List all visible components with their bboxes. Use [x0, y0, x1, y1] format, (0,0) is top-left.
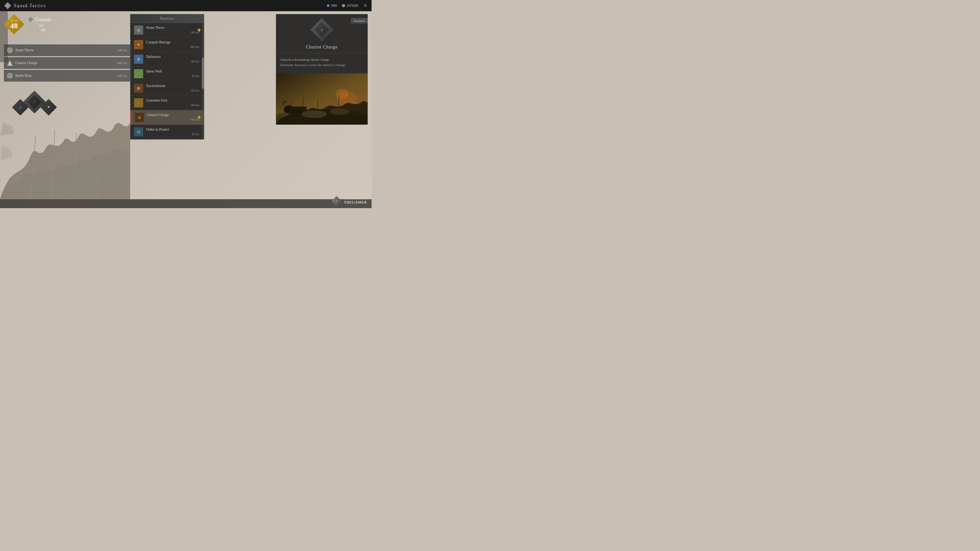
diamond-icon — [327, 4, 330, 7]
detail-diamond-inner: ♪ — [314, 22, 329, 37]
logo-section: ⊙ ©コーエーテクモゲームス THEGAMER — [331, 196, 368, 206]
page-title: Squad Tactics — [14, 3, 46, 8]
tactics-header: Tactics — [130, 14, 204, 23]
defense-value: 265 — [41, 28, 46, 32]
currency1-value: 999 — [331, 3, 337, 8]
attack-stat: Attack 261 — [28, 24, 52, 27]
tactic-item-info-defensive: Defensive 180 sec. — [146, 55, 200, 64]
detail-panel: ♪ Equipped Chariot Charge Unleash a deva… — [276, 14, 368, 125]
detail-image — [276, 73, 368, 124]
tactic-item-cd-stone-throw: 240 sec. — [146, 30, 200, 35]
tactic-item-info-ceaseless-fury: Ceaseless Fury 180 sec. — [146, 98, 200, 107]
tactic-icon-chariot-charge — [7, 60, 13, 66]
center-diamond: ♪ — [23, 91, 46, 114]
tactic-item-name-spear-wall: Spear Wall — [146, 69, 200, 73]
detail-dramatic-success: [Dramatic Success] Lowers the enemy's Co… — [280, 63, 346, 67]
hired-count: 48 — [10, 22, 18, 30]
defense-stat: Defense 265 — [28, 28, 52, 32]
tactic-item-icon-ceaseless-fury: ⟋ — [134, 98, 143, 107]
tactic-item-stone-throw[interactable]: ◎ Stone Throw 240 sec. — [130, 23, 204, 38]
attack-value: 261 — [39, 24, 44, 27]
currency-section: 999 107609 ✕ — [327, 3, 368, 9]
tactic-item-catapult[interactable]: ✦ Catapult Barrage 600 sec. — [130, 38, 204, 52]
detail-title: Chariot Charge — [276, 42, 368, 53]
squad-icon: ⚔ — [4, 2, 11, 9]
tactic-item-encirclement[interactable]: ⊠ Encirclement 210 sec. — [130, 81, 204, 96]
scrollbar-track[interactable] — [202, 23, 204, 139]
unit-type-icon — [28, 17, 33, 22]
svg-point-15 — [301, 110, 327, 118]
tactic-row-battle-roar[interactable]: ◎ Battle Roar 300 sec. — [4, 70, 131, 82]
detail-desc-text: Unleash a devastating chariot charge.[Dr… — [280, 58, 346, 67]
left-panel: Hired 48 Guards Attack 261 Defense 265 C… — [4, 14, 131, 130]
logo-prefix: ©コーエーテクモゲームス — [344, 198, 368, 200]
tactic-item-name-catapult: Catapult Barrage — [146, 40, 200, 44]
tactic-item-chariot-charge[interactable]: ◎ Chariot Charge 400 sec. — [130, 110, 204, 125]
tactic-item-name-chariot-charge: Chariot Charge — [147, 113, 200, 117]
tactic-item-info-chariot-charge: Chariot Charge 400 sec. — [147, 113, 200, 122]
tactic-item-name-defensive: Defensive — [146, 55, 200, 59]
tactic-item-spear-wall[interactable]: ⟋ Spear Wall 90 sec. — [130, 67, 204, 81]
tactic-row-chariot-charge[interactable]: Chariot Charge 400 sec. — [4, 57, 131, 69]
tactic-item-order-protect[interactable]: ⊡ Order to Protect 30 sec. — [130, 125, 204, 139]
diamond-diagram: ♪ ⚔ ⚑ — [9, 87, 60, 127]
tactic-label-chariot-charge: Chariot Charge — [15, 61, 117, 65]
center-diamond-inner: ♪ — [27, 95, 41, 109]
logo-text: ©コーエーテクモゲームス THEGAMER — [344, 198, 368, 205]
tactic-item-info-order-protect: Order to Protect 30 sec. — [146, 127, 200, 136]
tactic-item-cd-encirclement: 210 sec. — [146, 89, 200, 93]
tactic-row-stone-throw[interactable]: ◎ Stone Throw 240 sec. — [4, 44, 131, 56]
tactic-cd-stone-throw: 240 sec. — [117, 48, 128, 52]
currency2: 107609 — [342, 3, 358, 8]
tactic-item-name-encirclement: Encirclement — [146, 84, 200, 88]
tactic-item-cd-catapult: 600 sec. — [146, 45, 200, 49]
tactic-cd-battle-roar: 300 sec. — [117, 74, 128, 78]
unit-name-row: Guards — [28, 17, 52, 22]
unit-header: Hired 48 Guards Attack 261 Defense 265 — [4, 14, 131, 35]
tactic-item-icon-stone-throw: ◎ — [134, 25, 143, 35]
tactics-list: ◎ Stone Throw 240 sec. ✦ Catapult Barrag… — [130, 23, 204, 139]
svg-point-7 — [336, 89, 348, 99]
tactic-item-info-catapult: Catapult Barrage 600 sec. — [146, 40, 200, 49]
tactic-cd-chariot-charge: 400 sec. — [117, 61, 128, 65]
tactic-item-name-stone-throw: Stone Throw — [146, 26, 200, 30]
tactic-item-name-ceaseless-fury: Ceaseless Fury — [146, 98, 200, 103]
tactic-item-cd-spear-wall: 90 sec. — [146, 74, 200, 78]
unit-info: Guards Attack 261 Defense 265 — [28, 17, 52, 32]
tactic-item-cd-chariot-charge: 400 sec. — [147, 118, 200, 122]
scrollbar-thumb[interactable] — [202, 58, 204, 89]
detail-diamond: ♪ — [310, 18, 333, 41]
detail-description: Unleash a devastating chariot charge.[Dr… — [276, 53, 368, 73]
unit-stats: Attack 261 Defense 265 — [28, 24, 52, 32]
title-section: ⚔ Squad Tactics — [4, 2, 46, 9]
tactics-panel: Tactics ◎ Stone Throw 240 sec. ✦ Catapul… — [130, 14, 204, 140]
tactic-item-ceaseless-fury[interactable]: ⟋ Ceaseless Fury 180 sec. — [130, 96, 204, 110]
hired-badge: Hired 48 — [4, 14, 24, 35]
currency2-value: 107609 — [347, 3, 358, 8]
tactic-item-icon-defensive: ⊞ — [134, 55, 143, 64]
tactic-item-cd-ceaseless-fury: 180 sec. — [146, 103, 200, 107]
tactic-item-info-stone-throw: Stone Throw 240 sec. — [146, 26, 200, 35]
svg-point-16 — [329, 109, 350, 115]
logo-diamond-icon: ⊙ — [331, 196, 342, 206]
tactic-item-icon-spear-wall: ⟋ — [134, 69, 143, 78]
tactic-item-icon-encirclement: ⊠ — [134, 84, 143, 93]
close-button[interactable]: ✕ — [363, 3, 368, 9]
cooldown-section: Cooldown Time ◎ Stone Throw 240 sec. Cha… — [4, 38, 131, 82]
tactic-item-name-order-protect: Order to Protect — [146, 127, 200, 132]
attack-label: Attack — [28, 24, 37, 27]
tactic-item-icon-order-protect: ⊡ — [134, 127, 143, 137]
tactic-item-cd-defensive: 180 sec. — [146, 60, 200, 64]
defense-label: Defense — [28, 28, 39, 32]
currency1: 999 — [327, 3, 337, 8]
equipped-badge: Equipped — [351, 18, 368, 23]
tactic-item-cd-order-protect: 30 sec. — [146, 132, 200, 136]
tactic-icon-battle-roar: ◎ — [7, 73, 13, 79]
circle-currency-icon — [342, 4, 345, 7]
tactic-item-icon-chariot-charge: ◎ — [135, 113, 144, 122]
unit-name: Guards — [35, 17, 52, 22]
tactic-item-info-spear-wall: Spear Wall 90 sec. — [146, 69, 200, 78]
tactic-item-defensive[interactable]: ⊞ Defensive 180 sec. — [130, 52, 204, 67]
logo-brand: THEGAMER — [344, 200, 368, 205]
tactic-label-battle-roar: Battle Roar — [15, 74, 117, 78]
